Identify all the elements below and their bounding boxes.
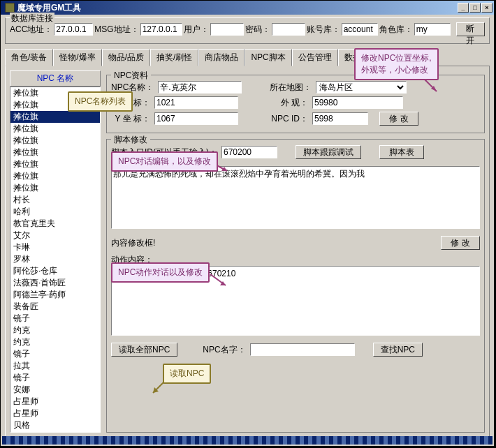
tab-1[interactable]: 怪物/爆率 — [53, 49, 101, 66]
acc-input[interactable] — [54, 23, 93, 36]
list-item[interactable]: 约克 — [10, 324, 100, 336]
minimize-button[interactable]: _ — [458, 3, 469, 13]
list-item[interactable]: 摊位旗 — [10, 87, 100, 99]
list-item[interactable]: 摊位旗 — [10, 111, 100, 123]
tab-7[interactable]: 数据库操作 — [338, 49, 393, 66]
tab-0[interactable]: 角色/装备 — [5, 49, 53, 66]
npc-map-label: 所在地图： — [267, 82, 312, 94]
script-group: 脚本修改 脚本入口ID(可以手工输入)： 脚本跟踪调试 脚本表 那儿是充满恐怖的… — [106, 139, 485, 433]
list-item[interactable]: 贝格 — [10, 419, 100, 431]
list-item[interactable]: 拉娜 — [10, 431, 100, 433]
window-title: 魔域专用GM工具 — [17, 2, 81, 14]
roledb-label: 角色库： — [379, 24, 413, 36]
list-item[interactable]: 摊位旗 — [10, 182, 100, 194]
list-item[interactable]: 约克 — [10, 336, 100, 348]
npc-info-legend: NPC资料 — [111, 70, 151, 82]
app-icon — [5, 3, 15, 13]
content-modify-button[interactable]: 修 改 — [441, 236, 480, 250]
roledb-input[interactable] — [414, 23, 451, 36]
npc-id-input[interactable] — [312, 112, 368, 125]
msg-label: MSG地址： — [94, 24, 138, 36]
list-item[interactable]: 安娜 — [10, 384, 100, 396]
script-dialog-textarea[interactable]: 那儿是充满恐怖的死域，却在滚滚烈焰中孕育着光明的希冀。因为我 — [111, 166, 480, 229]
script-legend: 脚本修改 — [111, 134, 150, 146]
maximize-button[interactable]: □ — [469, 3, 481, 13]
close-button[interactable]: × — [481, 3, 493, 13]
script-entry-label: 脚本入口ID(可以手工输入)： — [111, 147, 217, 158]
list-item[interactable]: 卡琳 — [10, 241, 100, 253]
find-name-input[interactable] — [250, 343, 355, 356]
list-item[interactable]: 镜子 — [10, 372, 100, 384]
npc-name-input[interactable] — [158, 81, 242, 94]
script-trace-button[interactable]: 脚本跟踪调试 — [296, 145, 361, 159]
action-textarea[interactable]: 你指的是前方的火山吗？ 670210 — [111, 266, 480, 336]
tab-panel: NPC 名称 摊位旗摊位旗摊位旗摊位旗摊位旗摊位旗摊位旗摊位旗摊位旗村长哈利教官… — [5, 66, 490, 438]
npc-modify-button[interactable]: 修 改 — [379, 112, 418, 126]
read-all-npc-button[interactable]: 读取全部NPC — [111, 343, 177, 357]
script-entry-input[interactable] — [221, 146, 277, 158]
accdb-label: 账号库： — [307, 24, 340, 36]
db-legend: 数据库连接 — [10, 13, 54, 24]
npc-listbox[interactable]: 摊位旗摊位旗摊位旗摊位旗摊位旗摊位旗摊位旗摊位旗摊位旗村长哈利教官克里夫艾尔卡琳… — [10, 87, 101, 433]
list-item[interactable]: 摊位旗 — [10, 99, 100, 111]
list-item[interactable]: 哈利 — [10, 206, 100, 218]
pass-input[interactable] — [272, 23, 305, 36]
titlebar: 魔域专用GM工具 _ □ × — [1, 1, 494, 15]
npc-look-label: 外 观： — [263, 97, 308, 109]
npc-x-label: 标： — [111, 97, 150, 109]
db-connection-group: 数据库连接 ACC地址： MSG地址： 用户： 密码： 账号库： 角色库： 断开 — [5, 17, 490, 44]
list-item[interactable]: 摊位旗 — [10, 135, 100, 147]
npc-map-select[interactable]: 海岛片区 — [316, 81, 407, 94]
accdb-input[interactable] — [342, 23, 378, 36]
tab-5[interactable]: NPC脚本 — [245, 49, 291, 66]
list-item[interactable]: 艾尔 — [10, 230, 100, 241]
list-item[interactable]: 摊位旗 — [10, 123, 100, 135]
status-bar — [2, 436, 493, 445]
list-item[interactable]: 村长 — [10, 194, 100, 206]
list-item[interactable]: 占星师 — [10, 408, 100, 419]
list-item[interactable]: 拉其 — [10, 360, 100, 372]
msg-input[interactable] — [140, 23, 182, 36]
list-item[interactable]: 镜子 — [10, 313, 100, 324]
npc-id-label: NPC ID： — [263, 113, 308, 125]
tab-8[interactable]: 修改精度 — [393, 49, 439, 66]
tab-bar: 角色/装备怪物/爆率物品/品质抽奖/刷怪商店物品NPC脚本公告管理数据库操作修改… — [5, 48, 490, 66]
tab-4[interactable]: 商店物品 — [198, 49, 245, 66]
list-item[interactable]: 摊位旗 — [10, 158, 100, 170]
npc-look-input[interactable] — [312, 96, 403, 109]
tab-6[interactable]: 公告管理 — [292, 49, 338, 66]
user-input[interactable] — [210, 23, 244, 36]
list-item[interactable]: 摊位旗 — [10, 170, 100, 182]
tab-3[interactable]: 抽奖/刷怪 — [150, 49, 198, 66]
npc-y-label: Y 坐 标： — [111, 113, 150, 125]
tab-2[interactable]: 物品/品质 — [102, 49, 150, 66]
list-item[interactable]: 罗林 — [10, 253, 100, 265]
npc-y-input[interactable] — [154, 112, 238, 125]
list-item[interactable]: 法薇西·首饰匠 — [10, 277, 100, 289]
find-name-label: NPC名字： — [203, 344, 245, 356]
disconnect-button[interactable]: 断开 — [456, 22, 485, 36]
list-item[interactable]: 阿德兰亭·药师 — [10, 289, 100, 301]
npc-x-input[interactable] — [154, 96, 238, 109]
list-item[interactable]: 阿伦莎·仓库 — [10, 265, 100, 277]
list-item[interactable]: 占星师 — [10, 396, 100, 408]
find-npc-button[interactable]: 查找NPC — [373, 343, 423, 357]
list-item[interactable]: 教官克里夫 — [10, 218, 100, 230]
npc-name-label: NPC名称： — [111, 82, 154, 94]
npc-info-group: NPC资料 NPC名称： 所在地图： 海岛片区 标： 外 — [106, 75, 485, 133]
user-label: 用户： — [184, 24, 209, 36]
pass-label: 密码： — [245, 24, 270, 36]
action-label: 动作内容： — [111, 254, 480, 266]
script-table-button[interactable]: 脚本表 — [379, 145, 424, 159]
npc-list-header: NPC 名称 — [10, 70, 101, 87]
list-item[interactable]: 镜子 — [10, 348, 100, 360]
list-item[interactable]: 摊位旗 — [10, 147, 100, 158]
acc-label: ACC地址： — [10, 24, 52, 36]
app-window: 魔域专用GM工具 _ □ × 数据库连接 ACC地址： MSG地址： 用户： 密… — [0, 0, 495, 447]
list-item[interactable]: 装备匠 — [10, 301, 100, 313]
content-mod-label: 内容修改框! — [111, 237, 155, 249]
